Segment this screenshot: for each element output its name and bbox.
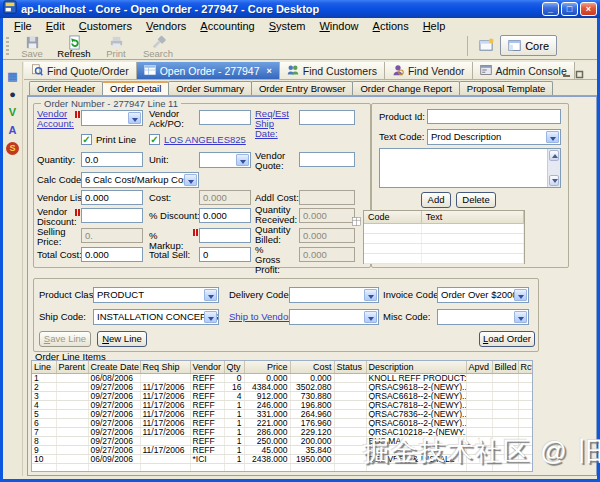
ship-to-checkbox[interactable]: ✓LOS ANGELES825 [149, 134, 246, 145]
pct-discount-input[interactable] [199, 208, 251, 223]
load-order-button[interactable]: Load Order [479, 331, 535, 347]
menu-actions[interactable]: Actions [366, 20, 416, 32]
column-header-rcvd[interactable]: Rcvd [518, 361, 533, 373]
scroll-down-icon[interactable] [549, 175, 559, 186]
req-est-ship-date-link[interactable]: Req/Est Ship Date: [255, 109, 299, 139]
column-header-apvd[interactable]: Apvd [466, 361, 492, 373]
restore-editor-icon[interactable]: ▦ [6, 70, 20, 83]
quantity-input[interactable] [81, 152, 143, 167]
vendor-account-link[interactable]: Vendor Account: [37, 109, 79, 129]
print-line-checkbox[interactable]: ✓Print Line [81, 134, 136, 145]
column-header-cost[interactable]: Cost [290, 361, 334, 373]
tab-find-customers[interactable]: Find Customers [280, 62, 385, 79]
minimize-button[interactable]: _ [542, 2, 559, 16]
text-code-combo[interactable]: Prod Description [427, 129, 561, 145]
product-id-input[interactable] [427, 109, 561, 124]
misc-code-combo[interactable] [437, 309, 529, 325]
pct-markup-input[interactable] [199, 228, 251, 243]
product-class-combo[interactable]: PRODUCT [93, 287, 219, 303]
total-sell-input[interactable] [199, 247, 251, 262]
invoice-code-combo[interactable]: Order Over $2000 [437, 287, 529, 303]
accounting-fastview-icon[interactable]: A [6, 124, 20, 137]
dropdown-arrow-icon[interactable] [204, 289, 217, 301]
column-header-status[interactable]: Status [334, 361, 366, 373]
ship-code-combo[interactable]: INSTALLATION CONCEPTS [93, 309, 219, 325]
tab-label: Open Order - 277947 [160, 65, 260, 77]
menu-vendors[interactable]: Vendors [139, 20, 193, 32]
tab-proposal-template[interactable]: Proposal Template [459, 81, 554, 95]
vendor-ack-po-input[interactable] [199, 110, 251, 125]
column-header-req-ship[interactable]: Req Ship [140, 361, 190, 373]
open-perspective-icon[interactable] [476, 36, 496, 56]
table-cell: 06/08/2006 [88, 373, 140, 382]
ship-to-vendor-combo[interactable] [289, 309, 379, 325]
column-header-parent[interactable]: Parent [56, 361, 88, 373]
dropdown-arrow-icon[interactable] [364, 289, 377, 301]
req-est-ship-date-input[interactable] [299, 110, 355, 125]
delete-button[interactable]: Delete [456, 192, 496, 208]
core-sphere-icon[interactable]: ● [6, 88, 20, 101]
table-row[interactable]: 609/27/200611/17/2006REFF1221.000176.960… [32, 418, 533, 427]
vendor-account-combo[interactable] [81, 110, 143, 126]
textarea-scrollbar[interactable] [547, 149, 560, 187]
table-cell [334, 436, 366, 445]
vendor-quote-input[interactable] [299, 152, 355, 167]
tab-open-order-277947[interactable]: Open Order - 277947× [137, 62, 280, 79]
ship-to-vendor-link[interactable]: Ship to Vendor: [229, 312, 294, 322]
dropdown-arrow-icon[interactable] [128, 112, 141, 124]
unit-combo[interactable] [199, 152, 251, 168]
toolbar-drag-handle[interactable] [6, 37, 9, 56]
total-cost-input[interactable] [81, 247, 143, 262]
column-header-vendor[interactable]: Vendor [190, 361, 224, 373]
dropdown-arrow-icon[interactable] [546, 131, 559, 143]
column-header-billed[interactable]: Billed [492, 361, 518, 373]
vendors-fastview-icon[interactable]: V [6, 106, 20, 119]
dropdown-arrow-icon[interactable] [514, 311, 527, 323]
table-row[interactable]: 106/08/2006REFF00.0000.000KNOLL REFF PRO… [32, 373, 533, 382]
tab-order-change-report[interactable]: Order Change Report [352, 81, 459, 95]
vendor-list-input[interactable] [81, 190, 143, 205]
column-header-create-date[interactable]: Create Date [88, 361, 140, 373]
column-header-line[interactable]: Line [32, 361, 56, 373]
table-row[interactable]: 309/27/200611/17/2006REFF4912.000730.880… [32, 391, 533, 400]
menu-system[interactable]: System [262, 20, 313, 32]
column-header-price[interactable]: Price [244, 361, 290, 373]
system-fastview-icon[interactable]: S [6, 142, 19, 155]
scroll-up-icon[interactable] [549, 150, 559, 161]
table-row[interactable]: 409/27/200611/17/2006REFF1246.000196.800… [32, 400, 533, 409]
maximize-button[interactable]: □ [561, 2, 578, 16]
close-tab-icon[interactable]: × [267, 66, 272, 76]
table-row[interactable]: 509/27/200611/17/2006REFF1331.000264.960… [32, 409, 533, 418]
code-text-grid[interactable]: CodeText [363, 210, 525, 264]
vendor-discount-input[interactable] [81, 208, 143, 223]
tab-order-summary[interactable]: Order Summary [168, 81, 252, 95]
dropdown-arrow-icon[interactable] [514, 289, 527, 301]
table-row[interactable]: 209/27/200611/17/2006REFF164384.0003502.… [32, 382, 533, 391]
core-perspective-button[interactable]: Core [500, 35, 557, 56]
menu-window[interactable]: Window [312, 20, 365, 32]
tab-order-entry-browser[interactable]: Order Entry Browser [251, 81, 354, 95]
column-header-description[interactable]: Description [366, 361, 466, 373]
tab-order-header[interactable]: Order Header [29, 81, 103, 95]
add-button[interactable]: Add [421, 192, 451, 208]
tab-order-detail[interactable]: Order Detail [102, 81, 169, 95]
menu-help[interactable]: Help [416, 20, 453, 32]
dropdown-arrow-icon[interactable] [364, 311, 377, 323]
tab-find-vendor[interactable]: Find Vendor [385, 62, 473, 79]
dropdown-arrow-icon[interactable] [236, 154, 249, 166]
refresh-button[interactable]: Refresh [53, 34, 95, 59]
dropdown-arrow-icon[interactable] [204, 311, 217, 323]
menu-edit[interactable]: Edit [39, 20, 72, 32]
column-header-qty[interactable]: Qty [224, 361, 244, 373]
dropdown-arrow-icon[interactable] [184, 174, 197, 186]
menu-accounting[interactable]: Accounting [193, 20, 261, 32]
calc-code-combo[interactable]: 6 Calc Cost/Markup Cost [81, 172, 199, 188]
new-line-button[interactable]: New Line [97, 331, 147, 347]
menu-customers[interactable]: Customers [72, 20, 139, 32]
close-button[interactable]: × [580, 2, 597, 16]
menu-file[interactable]: File [7, 20, 39, 32]
tab-admin-console[interactable]: Admin Console [473, 62, 575, 79]
delivery-code-combo[interactable] [289, 287, 379, 303]
product-description-textarea[interactable] [379, 148, 561, 188]
tab-find-quote-order[interactable]: Find Quote/Order [24, 62, 137, 79]
